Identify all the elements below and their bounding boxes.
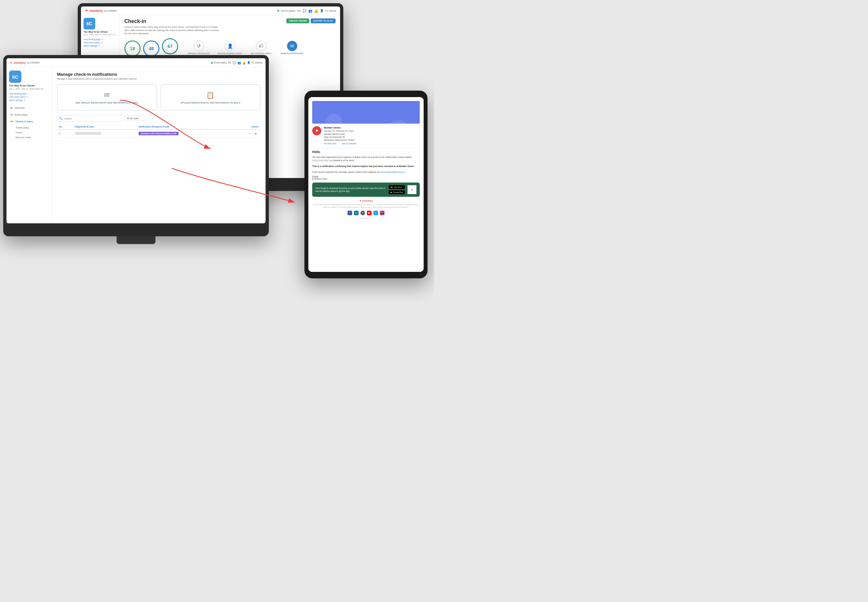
view-landing-page-link[interactable]: View landing page ↗ <box>83 38 117 41</box>
front-logo-star: ✦ <box>10 61 12 64</box>
subnav-discount-codes[interactable]: Discount codes <box>14 135 49 140</box>
notifications-label: MANAGE NOTIFICATIONS <box>281 52 303 54</box>
create-order-button[interactable]: CREATE ORDER <box>286 18 309 23</box>
tablet-footer-logo: ✦ eventory <box>312 200 420 202</box>
edit-button[interactable]: ✏ <box>248 131 252 136</box>
front-event-status[interactable]: Event status <box>214 61 227 64</box>
tablet: ✦ Builder Demo January 19 - February 29,… <box>305 91 428 278</box>
event-setup-icon: ⚙ <box>10 113 12 116</box>
refresh-label: REFRESH CHECK-IN LIST <box>188 52 210 54</box>
event-image-bg <box>312 101 420 124</box>
admin-settings-link[interactable]: Admin settings ↗ <box>83 45 117 47</box>
stat-circle-19: 19 <box>125 40 140 57</box>
manage-notifications-action[interactable]: ✉ MANAGE NOTIFICATIONS <box>279 41 305 56</box>
app-store-label: App Store <box>394 186 402 188</box>
back-main-top: Check-in Check-in ticket holders when th… <box>125 18 336 35</box>
recipient-tag: JOANNA.KAPLON@6CONNEX.COM <box>139 132 179 135</box>
facebook-icon[interactable]: f <box>348 211 352 215</box>
front-avatar[interactable]: 👤 <box>247 61 250 64</box>
overview-icon: ⊞ <box>10 106 12 109</box>
checkin-title: Check-in <box>125 18 222 24</box>
tablet-event-info: ✦ Builder Demo January 19 - February 29,… <box>312 126 420 145</box>
google-play-button[interactable]: ▶ Google Play <box>389 190 405 194</box>
actions-row: ↺ REFRESH CHECK-IN LIST 👤 MANAGE EXTERNA… <box>186 41 305 56</box>
logo-by: by CONNEX <box>104 10 117 12</box>
divider-1 <box>312 148 420 148</box>
refresh-checkin-action[interactable]: ↺ REFRESH CHECK-IN LIST <box>186 41 212 56</box>
front-event-name: The Way To Do Virtual <box>9 84 49 87</box>
qr-code: QR <box>408 185 417 194</box>
team-text: Eventory Team <box>312 178 328 180</box>
tablet-event-date: January 19 - February 29, 2024 <box>324 130 420 132</box>
sign-off: Enjoy! Eventory Team <box>312 175 420 180</box>
tablet-event-street: Aleja Jerozolimskie 65 <box>324 136 420 138</box>
table-row: 1 JOANNA.KAPLON@6CONNEX.COM ✏ 🗑 <box>57 129 260 138</box>
sidebar-item-event-setup[interactable]: ⚙ Event setup <box>9 112 49 118</box>
refresh-icon: ↺ <box>194 41 204 51</box>
front-view-event-space[interactable]: View event space ↗ <box>9 96 49 98</box>
linkedin-icon[interactable]: in <box>354 211 359 215</box>
download-text: Don't forget to download Eventory on you… <box>315 187 386 193</box>
body-text-1: You have been appointed by the organizer… <box>312 156 420 162</box>
back-logo: ✦ eventory by CONNEX <box>85 8 117 13</box>
users-icon[interactable]: 👥 <box>308 9 312 12</box>
bell-icon[interactable]: 🔔 <box>314 9 318 12</box>
front-view-landing-page[interactable]: View landing page ↗ <box>9 92 49 95</box>
contact-text: If you haven't expected this message, pl… <box>312 170 420 174</box>
sidebar-item-overview[interactable]: ⊞ Overview <box>9 105 49 111</box>
unsubscribe-text[interactable]: unsubscribe here <box>312 217 420 219</box>
event-status-label[interactable]: Event status <box>281 9 295 12</box>
google-play-label: Google Play <box>393 191 403 193</box>
col-no: No. <box>57 124 73 129</box>
lang-switcher[interactable]: EN <box>297 10 300 12</box>
front-lang[interactable]: EN <box>228 61 231 64</box>
add-single-card[interactable]: ✉ ADD SINGLE REGISTRANT AND RECIPIENT(S)… <box>57 84 157 111</box>
stat-circle-67: 67 <box>162 38 178 54</box>
contact-email-link[interactable]: joanna.kaplon@eventory.cc <box>380 171 405 173</box>
download-box: Don't forget to download Eventory on you… <box>312 183 420 197</box>
front-sidebar-subnav: Tickets setup Orders Discount codes <box>14 125 49 140</box>
front-status-dot <box>211 62 213 64</box>
upload-bulk-label: UPLOAD REGISTRANTS AND RECIPIENTS IN BUL… <box>180 101 240 104</box>
directions-link[interactable]: set directions <box>324 143 336 145</box>
subnav-tickets-setup[interactable]: Tickets setup <box>14 125 49 130</box>
manage-external-action[interactable]: 👤 MANAGE EXTERNAL CHECK-IN <box>217 41 243 56</box>
event-setup-label: Event setup <box>15 113 28 116</box>
top-buttons: CREATE ORDER EXPORT TO XLSX <box>284 18 336 23</box>
app-store-button[interactable]: 🍎 App Store <box>389 185 405 189</box>
enjoy-text: Enjoy! <box>312 175 319 178</box>
footer-logo-text: eventory <box>362 200 373 202</box>
view-event-space-link[interactable]: View event space ↗ <box>83 41 117 44</box>
export-xlsx-button[interactable]: EXPORT TO XLSX <box>311 18 336 23</box>
sidebar-item-tickets-sales[interactable]: 🎫 Tickets & Sales <box>9 118 49 124</box>
badge-labels-action[interactable]: 🏷 SET UP BADGE LABELS <box>248 41 274 56</box>
search-input[interactable] <box>57 115 122 122</box>
badge-icon: 🏷 <box>256 41 266 51</box>
cell-recipient: JOANNA.KAPLON@6CONNEX.COM <box>137 129 230 138</box>
front-per-page-select[interactable]: 25 per page <box>125 115 145 121</box>
checkin-desc: Check-in ticket holders when they arrive… <box>125 26 222 35</box>
user-avatar[interactable]: 👤 <box>320 9 323 12</box>
subnav-orders[interactable]: Orders <box>14 130 49 135</box>
message-icon[interactable]: 💬 <box>303 9 306 12</box>
store-buttons: 🍎 App Store ▶ Google Play <box>389 185 405 194</box>
table-controls: 🔍 25 per page <box>57 115 260 122</box>
circle-icon[interactable]: ● <box>360 211 365 215</box>
upload-bulk-card[interactable]: 📋 UPLOAD REGISTRANTS AND RECIPIENTS IN B… <box>161 84 260 111</box>
delete-button[interactable]: 🗑 <box>253 131 259 136</box>
front-message-icon[interactable]: 💬 <box>232 61 236 64</box>
checkin-info: Check-in Check-in ticket holders when th… <box>125 18 222 35</box>
instagram-icon[interactable]: 📷 <box>380 211 385 215</box>
front-bell-icon[interactable]: 🔔 <box>242 61 246 64</box>
calendar-link[interactable]: add to calendar <box>342 143 357 145</box>
twitter-icon[interactable]: t <box>374 211 378 215</box>
stat-48: 48 <box>143 40 159 57</box>
youtube-icon[interactable]: ▶ <box>367 211 371 215</box>
stat-circle-48: 48 <box>143 40 159 57</box>
front-admin-settings[interactable]: Admin settings ↗ <box>9 99 49 101</box>
email-icon: ✉ <box>104 91 109 99</box>
front-users-icon[interactable]: 👥 <box>237 61 241 64</box>
back-header: ✦ eventory by CONNEX Event status EN 💬 👥… <box>81 6 340 15</box>
col-registrant: Registrant E-mail <box>73 124 137 129</box>
col-action: Action <box>230 124 260 129</box>
